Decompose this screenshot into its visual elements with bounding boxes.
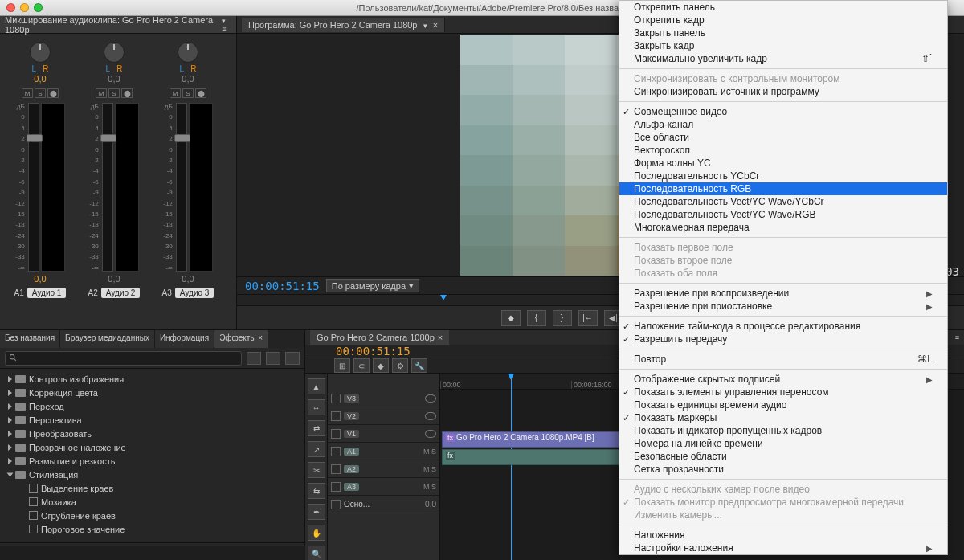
disclosure-icon[interactable]	[7, 472, 14, 476]
program-context-menu[interactable]: Открепить панельОткрепить кадрЗакрыть па…	[619, 0, 948, 555]
channel-value[interactable]: 0,0	[34, 274, 46, 284]
pan-knob[interactable]	[104, 42, 125, 63]
effect-preset[interactable]: Мозаика	[0, 495, 304, 509]
channel-name[interactable]: Аудио 3	[175, 288, 214, 298]
menu-item[interactable]: Закрыть панель	[619, 27, 947, 39]
track-id[interactable]: A2	[344, 465, 359, 473]
zoom-tool[interactable]: 🔍	[308, 546, 325, 560]
audio-track-header-A1[interactable]: A1M S	[328, 443, 439, 460]
menu-item[interactable]: Сетка прозрачности	[619, 463, 947, 476]
effects-folder[interactable]: Контроль изображения	[0, 372, 304, 386]
effect-preset[interactable]: Огрубление краев	[0, 509, 304, 522]
menu-item[interactable]: Повтор⌘L	[619, 353, 947, 366]
menu-item[interactable]: Последовательность RGB	[619, 182, 947, 195]
window-controls[interactable]	[6, 3, 43, 12]
menu-item[interactable]: Показать единицы времени аудио	[619, 399, 947, 411]
menu-item[interactable]: Форма волны YC	[619, 157, 947, 170]
pan-knob[interactable]	[30, 42, 51, 63]
effects-tree[interactable]: Контроль изображенияКоррекция цветаПерех…	[0, 369, 304, 542]
channel-value[interactable]: 0,0	[108, 274, 120, 284]
effects-folder[interactable]: Размытие и резкость	[0, 454, 304, 468]
menu-item[interactable]: Отображение скрытых подписей▶	[619, 373, 947, 386]
slip-tool[interactable]: ⇆	[308, 483, 325, 499]
record-button[interactable]: ⬤	[47, 88, 59, 98]
solo-button[interactable]: S	[108, 88, 120, 98]
mute-button[interactable]: M	[96, 88, 107, 98]
effects-folder[interactable]: Прозрачное наложение	[0, 440, 304, 454]
menu-item[interactable]: Открепить кадр	[619, 14, 947, 27]
audio-track-header-A2[interactable]: A2M S	[328, 460, 439, 478]
track-id[interactable]: V1	[344, 430, 359, 438]
sequence-tab[interactable]: Go Pro Hero 2 Camera 1080p ×	[310, 330, 449, 345]
menu-item[interactable]: Максимально увеличить кадр⇧`	[619, 52, 947, 65]
channel-name[interactable]: Аудио 2	[101, 288, 141, 298]
lock-icon[interactable]	[331, 464, 341, 474]
menu-item[interactable]: ✓Показать элементы управления переносом	[619, 386, 947, 399]
mute-button[interactable]: M	[22, 88, 33, 98]
rolling-tool[interactable]: ⇄	[308, 420, 325, 436]
selection-tool[interactable]: ▲	[308, 378, 325, 394]
panel-menu-icon[interactable]: ≡	[955, 333, 959, 341]
zoom-level-select[interactable]: По размеру кадра ▾	[326, 279, 419, 292]
disclosure-icon[interactable]	[8, 390, 12, 396]
disclosure-icon[interactable]	[8, 431, 12, 437]
program-timecode[interactable]: 00:00:51:15	[245, 280, 320, 292]
tab-Браузер медиаданных[interactable]: Браузер медиаданных	[60, 330, 155, 348]
disclosure-icon[interactable]	[8, 444, 12, 451]
menu-item[interactable]: Последовательность Vect/YC Wave/YCbCr	[619, 195, 947, 208]
disclosure-icon[interactable]	[8, 417, 12, 423]
effects-folder[interactable]: Преобразовать	[0, 427, 304, 440]
menu-item[interactable]: Последовательность YCbCr	[619, 170, 947, 182]
menu-item[interactable]: Наложения	[619, 529, 947, 542]
menu-item[interactable]: Многокамерная передача	[619, 221, 947, 234]
marker-button[interactable]: ◆	[373, 358, 389, 373]
go-to-in-button[interactable]: |←	[578, 310, 598, 326]
pan-value[interactable]: 0,0	[108, 74, 120, 84]
ripple-tool[interactable]: ↔	[308, 399, 325, 415]
panel-menu-icon[interactable]: ▾ ≡	[222, 17, 231, 33]
eye-icon[interactable]	[425, 412, 436, 420]
track-id[interactable]: A1	[344, 448, 359, 456]
disclosure-icon[interactable]	[8, 376, 12, 382]
channel-value[interactable]: 0,0	[182, 274, 194, 284]
solo-button[interactable]: S	[182, 88, 194, 98]
video-track-header-V3[interactable]: V3	[328, 390, 439, 407]
effects-folder[interactable]: Перспектива	[0, 413, 304, 427]
menu-item[interactable]: Альфа-канал	[619, 118, 947, 131]
pan-value[interactable]: 0,0	[182, 74, 194, 84]
add-marker-button[interactable]: ◆	[501, 310, 521, 326]
close-tab-icon[interactable]: ×	[438, 333, 443, 342]
disclosure-icon[interactable]	[8, 403, 12, 410]
menu-item[interactable]: Все области	[619, 131, 947, 144]
menu-item[interactable]: Показать индикатор пропущенных кадров	[619, 424, 947, 437]
track-id[interactable]: V3	[344, 394, 359, 403]
menu-item[interactable]: ✓Совмещенное видео	[619, 105, 947, 118]
effects-folder[interactable]: Коррекция цвета	[0, 386, 304, 399]
lock-icon[interactable]	[331, 482, 341, 492]
timeline-timecode[interactable]: 00:00:51:15	[336, 345, 411, 358]
record-button[interactable]: ⬤	[195, 88, 206, 98]
volume-fader[interactable]	[176, 103, 187, 272]
effects-folder[interactable]: Стилизация	[0, 468, 304, 481]
audio-track-header-A3[interactable]: A3M S	[328, 478, 439, 496]
pen-tool[interactable]: ✒	[308, 504, 325, 520]
menu-item[interactable]: Номера на линейке времени	[619, 437, 947, 450]
lock-icon[interactable]	[331, 394, 341, 403]
menu-item[interactable]: Разрешение при приостановке▶	[619, 300, 947, 313]
fx-accel-filter-icon[interactable]	[247, 352, 261, 365]
menu-item[interactable]: Настройки наложения▶	[619, 542, 947, 554]
channel-name[interactable]: Аудио 1	[27, 288, 67, 298]
close-icon[interactable]	[6, 3, 15, 12]
razor-tool[interactable]: ✂	[308, 462, 325, 478]
linked-sel-button[interactable]: ⊂	[353, 358, 370, 373]
hand-tool[interactable]: ✋	[308, 525, 325, 541]
menu-item[interactable]: Синхронизировать источник и программу	[619, 85, 947, 98]
track-id[interactable]: A3	[344, 483, 359, 491]
settings-button[interactable]: ⚙	[392, 358, 408, 373]
close-tab-icon[interactable]: ×	[433, 20, 438, 30]
tab-Без названия[interactable]: Без названия	[0, 330, 60, 348]
lock-icon[interactable]	[331, 429, 341, 439]
fx-yuv-filter-icon[interactable]	[285, 352, 300, 365]
mark-out-button[interactable]: }	[553, 310, 572, 326]
mark-in-button[interactable]: {	[527, 310, 546, 326]
